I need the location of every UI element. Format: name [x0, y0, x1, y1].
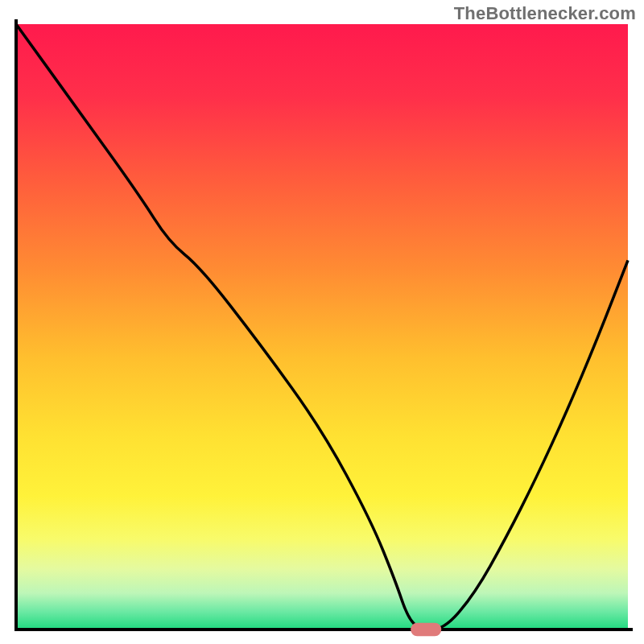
- plot-background: [16, 24, 628, 630]
- bottleneck-chart: [0, 0, 644, 644]
- chart-container: TheBottlenecker.com: [0, 0, 644, 644]
- optimum-marker: [411, 623, 441, 637]
